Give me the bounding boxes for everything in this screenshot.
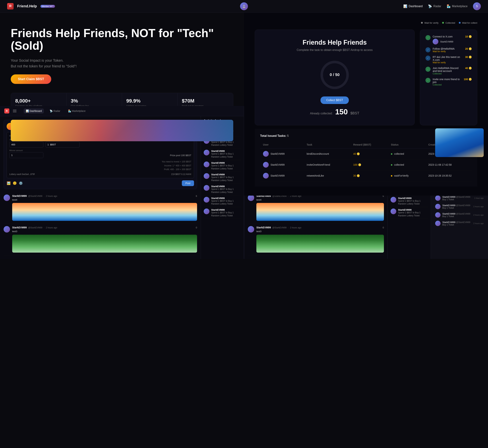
- nav-link-radar[interactable]: 📡 Radar: [428, 4, 441, 8]
- activity-content-left-3: StarkEVM99 Spend 1 $BST to Buy 1 Random …: [211, 161, 241, 170]
- post-button[interactable]: Post: [182, 180, 194, 186]
- activity-desc-left-1: Spend 1 $BST to Buy 1 Random Lottery Tic…: [211, 141, 241, 147]
- hamburger-menu[interactable]: [13, 110, 16, 112]
- post-body-1: test3: [12, 230, 197, 233]
- post-header-r1: StarkEVM99 @StarkEVM99 · 2 hours ago 0: [256, 226, 384, 229]
- winner-amount-field: Winner amount: [9, 149, 43, 158]
- activity-username-left-7: StarkEVM99: [211, 208, 241, 211]
- row-user-2: StarkEVM99: [260, 170, 304, 181]
- right-content-grid: Friends Help Friends Complete the task t…: [255, 30, 477, 125]
- start-claim-button[interactable]: Start Claim $BST: [11, 74, 51, 84]
- bst-currency-label: $BST: [350, 111, 359, 115]
- post-item-r1: StarkEVM99 @StarkEVM99 · 2 hours ago 0 t…: [248, 224, 384, 255]
- sub-nav-radar-icon: 📡: [50, 110, 53, 112]
- task-steps-panel: ✓ Connect to X.com StarkEVM99 10: [420, 30, 477, 125]
- buyer-content-4: StarkEVM99 @StarkEVM99 Buy 1 Ticket: [442, 212, 472, 218]
- post-item-0: StarkEVM99 @StarkEVM99 · 2 hours ago 6 t…: [4, 192, 197, 224]
- profit-info: Profit: 400 - 100 = 300 $BST: [9, 168, 191, 172]
- reward-value-0: 40: [353, 152, 356, 155]
- row-avatar-1: [263, 162, 269, 168]
- sub-nav-dashboard[interactable]: 📊 Dashboard: [24, 108, 44, 113]
- stat-value-uptime: 99.9%: [126, 98, 173, 104]
- post-header-1: StarkEVM99 @StarkEVM99 · 2 hours ago 0: [12, 226, 197, 229]
- row-user-0: StarkEVM99: [260, 148, 304, 159]
- nav-link-dashboard[interactable]: 📊 Dashboard: [403, 4, 423, 8]
- sub-nav-marketplace[interactable]: 🏪 Marketplace: [66, 108, 88, 113]
- activity-desc-right-7: Spend 1 $BST to Buy 1 Random Lottery Tic…: [398, 211, 428, 217]
- nav-logo-icon: R: [7, 3, 14, 9]
- post-handle-0: @StarkEVM99: [28, 195, 42, 197]
- nav-link-marketplace[interactable]: 🏪 Marketplace: [447, 4, 468, 8]
- col-reward: Reward ($BST): [350, 141, 388, 148]
- post-header-0: StarkEVM99 @StarkEVM99 · 2 hours ago 6: [12, 194, 197, 197]
- buyer-avatar-3: [435, 204, 441, 209]
- post-content-r1: StarkEVM99 @StarkEVM99 · 2 hours ago 0 t…: [256, 226, 384, 253]
- vault-fee: 219 $BST 0.12 AVAX: [171, 173, 191, 176]
- step-content-2: Follow @HelloRWA Wait for verify: [433, 47, 463, 53]
- post-image-0: [12, 203, 197, 221]
- settings-icon[interactable]: ⚙️: [19, 181, 23, 185]
- image-icon[interactable]: 🖼️: [7, 181, 11, 185]
- buyer-content-5: StarkEVM99 @StarkEVM99 Buy 1 Ticket: [442, 221, 472, 226]
- marketplace-icon: 🏪: [447, 4, 450, 8]
- activity-content-left-6: StarkEVM99 Spend 1 $BST to Buy 1 Random …: [211, 197, 241, 206]
- sub-nav-radar[interactable]: 📡 Radar: [47, 108, 62, 113]
- post-avatar-0: [4, 194, 10, 201]
- nav-right: 📊 Dashboard 📡 Radar 🏪 Marketplace S: [403, 2, 481, 10]
- vault-address: Lottery vault 0xe3a4...879f: [9, 173, 35, 176]
- post-dot-1: ·: [44, 226, 44, 229]
- ticket-price-input[interactable]: [46, 142, 79, 148]
- buyer-avatar-5: [435, 221, 441, 226]
- activity-username-right-7: StarkEVM99: [398, 208, 428, 211]
- wait-collect-dot: [459, 22, 461, 24]
- buyer-time-5: 2 hours ago: [473, 222, 484, 224]
- step-reward-2: 20 🪙: [465, 47, 472, 50]
- ticket-amount-input[interactable]: [9, 142, 43, 148]
- buyer-item-4: StarkEVM99 @StarkEVM99 Buy 1 Ticket 2 ho…: [435, 211, 484, 219]
- activity-content-left-7: StarkEVM99 Spend 1 $BST to Buy 1 Random …: [211, 208, 241, 217]
- legend-row: Wait for verify Collected Wait for colle…: [255, 22, 477, 24]
- reward-value-2: 30: [353, 174, 356, 177]
- radar-icon: 📡: [428, 4, 432, 8]
- nav-link-marketplace-label: Marketplace: [452, 5, 468, 8]
- row-avatar-2: [263, 173, 269, 179]
- user-avatar[interactable]: S: [473, 2, 481, 10]
- coin-icon-2: 🪙: [469, 47, 472, 50]
- reward-coin-icon-0: 🪙: [357, 152, 360, 155]
- table-row: StarkEVM99 retweetAndLike 30 🪙 waitForVe…: [260, 170, 472, 181]
- buyer-action-3: Buy 1 Ticket: [442, 207, 472, 209]
- dashboard-icon: 📊: [403, 4, 407, 8]
- sub-nav-links: 📊 Dashboard 📡 Radar 🏪 Marketplace: [24, 108, 88, 113]
- user-avatar-letter: S: [476, 5, 478, 8]
- post-username-1: StarkEVM99: [12, 226, 27, 229]
- buyer-item-5: StarkEVM99 @StarkEVM99 Buy 1 Ticket 2 ho…: [435, 219, 484, 228]
- step-status-5: Collected: [433, 84, 462, 86]
- activity-avatar-left-7: [204, 208, 209, 214]
- activity-username-left-4: StarkEVM99: [211, 173, 241, 176]
- nav-link-dashboard-label: Dashboard: [409, 5, 423, 8]
- buyer-action-2: Buy 1 Ticket: [442, 198, 472, 201]
- post-image-1: [12, 235, 197, 253]
- hero-subtitle-line2: But not the token for your friend to "So…: [11, 63, 233, 69]
- stat-value-fee: 3%: [71, 98, 118, 104]
- emoji-icon[interactable]: 😊: [13, 181, 17, 185]
- step-icon-2: ✓: [425, 47, 431, 52]
- collect-bst-button[interactable]: Collect $BST: [321, 96, 349, 104]
- sub-nav-logo: R: [4, 108, 9, 113]
- nav-avatar: [240, 2, 248, 10]
- activity-username-left-6: StarkEVM99: [211, 197, 241, 200]
- row-reward-2: 30 🪙: [350, 170, 388, 181]
- stat-value-paidout: $70M: [182, 98, 229, 104]
- post-content-1: StarkEVM99 @StarkEVM99 · 2 hours ago 0 t…: [12, 226, 197, 253]
- coin-icon-4: 🪙: [469, 67, 472, 70]
- row-status-0: collected: [388, 148, 425, 159]
- activity-item-left-7: StarkEVM99 Spend 1 $BST to Buy 1 Random …: [204, 207, 241, 219]
- winner-amount-input[interactable]: [9, 152, 43, 158]
- sub-nav-left: R 📊 Dashboard 📡 Radar �: [0, 106, 244, 116]
- step-reward-5: 100 🪙: [464, 78, 472, 81]
- step-avatar-1: [433, 39, 438, 44]
- step-user-1: StarkEVM99: [440, 40, 453, 43]
- tasks-count: 5: [287, 134, 289, 137]
- table-row: StarkEVM99 inviteOneMoreFriend 100 🪙 col…: [260, 159, 472, 170]
- legend-wait-verify: Wait for verify: [421, 22, 439, 24]
